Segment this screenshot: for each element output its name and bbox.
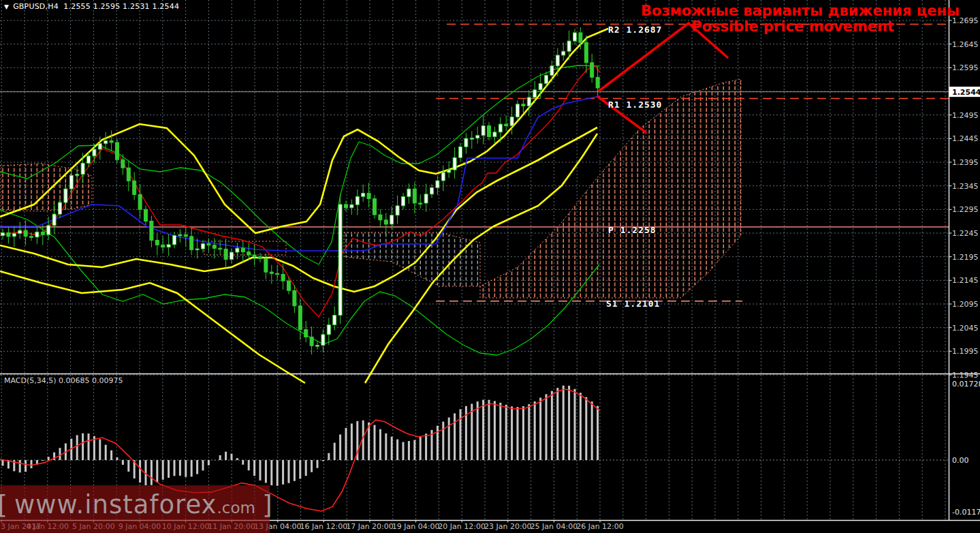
price-axis-region[interactable] [949,0,980,520]
time-axis-region[interactable] [0,520,980,533]
macd-pane-region[interactable] [0,374,949,520]
main-chart-region[interactable] [0,0,949,374]
mt4-chart-window: 1.26951.26451.25951.24951.24451.23951.23… [0,0,980,533]
